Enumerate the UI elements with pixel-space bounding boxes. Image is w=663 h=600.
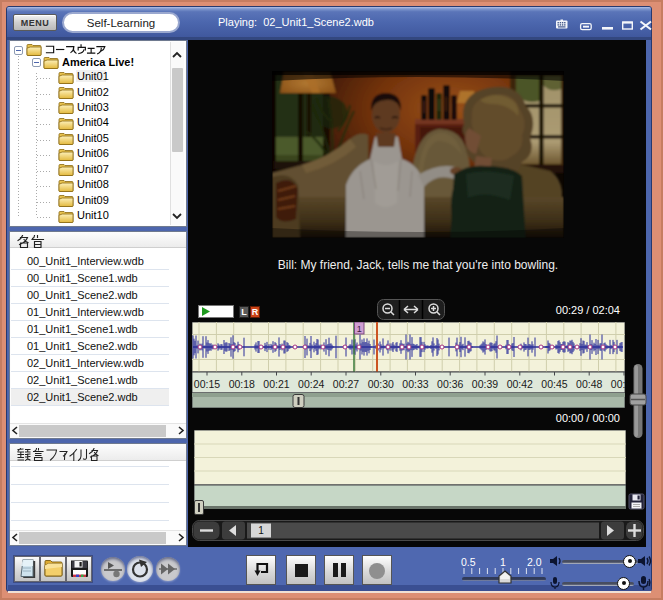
svg-text:00:51: 00:51	[611, 378, 625, 390]
svg-text:1: 1	[357, 324, 362, 334]
svg-text:00:15: 00:15	[194, 378, 220, 390]
svg-text:00:36: 00:36	[437, 378, 463, 390]
svg-text:00:24: 00:24	[298, 378, 324, 390]
svg-text:1: 1	[258, 525, 264, 536]
svg-text:00:48: 00:48	[576, 378, 602, 390]
svg-text:00:27: 00:27	[333, 378, 359, 390]
svg-text:00:33: 00:33	[402, 378, 428, 390]
svg-text:00:42: 00:42	[507, 378, 533, 390]
svg-text:00:45: 00:45	[541, 378, 567, 390]
svg-text:00:30: 00:30	[368, 378, 394, 390]
svg-text:00:18: 00:18	[229, 378, 255, 390]
svg-text:00:21: 00:21	[263, 378, 289, 390]
svg-text:00:39: 00:39	[472, 378, 498, 390]
